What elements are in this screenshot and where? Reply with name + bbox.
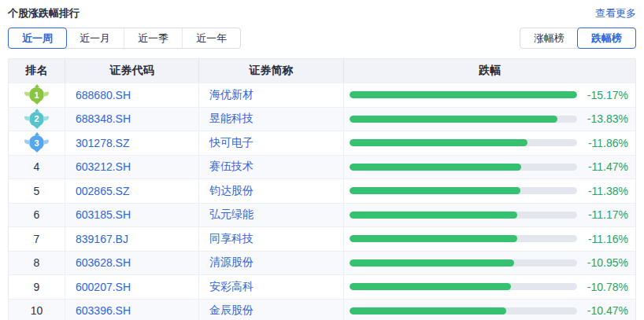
bar-fill (350, 211, 517, 219)
tab-near-week[interactable]: 近一周 (8, 28, 67, 49)
tab-near-month[interactable]: 近一月 (66, 28, 124, 48)
page-title: 个股涨跌幅排行 (8, 6, 80, 20)
stock-name-link[interactable]: 金辰股份 (199, 300, 344, 320)
tab-gainers-board[interactable]: 涨幅榜 (520, 28, 578, 48)
stock-name-link[interactable]: 赛伍技术 (199, 156, 344, 179)
rank-number: 3 (34, 138, 39, 148)
change-bar-cell: -13.83% (344, 108, 635, 131)
bar-track (350, 211, 577, 219)
table-row[interactable]: 3301278.SZ快可电子-11.86% (9, 131, 635, 155)
toolbar: 近一周 近一月 近一季 近一年 涨幅榜 跌幅榜 (8, 28, 636, 49)
medal-wing-icon (43, 91, 49, 97)
stock-code-link[interactable]: 603185.SH (65, 204, 199, 227)
table-header-row: 排名 证券代码 证券简称 跌幅 (9, 59, 635, 83)
stock-code-link[interactable]: 688680.SH (65, 83, 199, 107)
stock-code-link[interactable]: 603628.SH (65, 252, 199, 275)
view-more-link[interactable]: 查看更多 (595, 6, 636, 20)
table-row[interactable]: 10603396.SH金辰股份-10.47% (9, 299, 635, 320)
tab-near-quarter[interactable]: 近一季 (124, 28, 182, 48)
rank-number: 5 (34, 185, 40, 197)
stock-code-link[interactable]: 603396.SH (65, 300, 199, 320)
rank-cell: 10 (9, 300, 65, 320)
col-header-code: 证券代码 (65, 59, 199, 83)
stock-name-link[interactable]: 清源股份 (199, 252, 344, 275)
col-header-name: 证券简称 (199, 59, 344, 83)
stock-code-link[interactable]: 301278.SZ (65, 131, 199, 155)
change-percent: -15.17% (587, 89, 628, 101)
medal-wing-icon (24, 116, 30, 121)
change-percent: -11.16% (588, 233, 628, 245)
stock-name-link[interactable]: 钧达股份 (199, 179, 344, 203)
change-bar-cell: -10.78% (344, 275, 635, 299)
col-header-rank: 排名 (9, 59, 65, 83)
bar-track (350, 283, 577, 290)
table-row[interactable]: 2688348.SH昱能科技-13.83% (9, 107, 635, 131)
bar-fill (350, 164, 521, 171)
rank-cell: 4 (9, 156, 65, 179)
rank-number: 6 (34, 208, 40, 221)
rank-number: 4 (34, 160, 40, 173)
rank-number: 2 (34, 114, 39, 123)
change-bar-cell: -15.17% (344, 83, 635, 107)
stock-code-link[interactable]: 839167.BJ (65, 227, 199, 251)
rank-cell: 5 (9, 179, 65, 203)
change-percent: -13.83% (587, 112, 628, 125)
stock-code-link[interactable]: 603212.SH (65, 156, 199, 179)
stock-name-link[interactable]: 海优新材 (199, 83, 344, 107)
table-row[interactable]: 6603185.SH弘元绿能-11.17% (9, 203, 635, 227)
table-row[interactable]: 4603212.SH赛伍技术-11.47% (9, 155, 635, 179)
bar-track (350, 307, 577, 314)
stock-name-link[interactable]: 弘元绿能 (199, 204, 344, 227)
change-percent: -10.78% (587, 281, 628, 293)
rank-number: 9 (34, 281, 40, 293)
rank-medal-icon: 2 (29, 112, 44, 127)
change-percent: -11.47% (588, 160, 628, 173)
table-row[interactable]: 7839167.BJ同享科技-11.16% (9, 226, 635, 251)
medal-wing-icon (24, 139, 30, 145)
change-percent: -11.86% (588, 137, 628, 149)
tab-losers-board[interactable]: 跌幅榜 (577, 28, 636, 49)
table-row[interactable]: 8603628.SH清源股份-10.95% (9, 251, 635, 275)
bar-track (350, 139, 577, 146)
change-bar-cell: -11.47% (344, 156, 635, 179)
table-row[interactable]: 5002865.SZ钧达股份-11.38% (9, 178, 635, 203)
bar-fill (350, 139, 527, 146)
rank-number: 10 (31, 304, 43, 317)
change-bar-cell: -11.16% (344, 227, 635, 251)
board-tabs: 涨幅榜 跌幅榜 (520, 28, 636, 49)
bar-fill (350, 116, 557, 123)
rank-medal-icon: 3 (29, 135, 44, 150)
stock-name-link[interactable]: 安彩高科 (199, 275, 344, 299)
period-tabs: 近一周 近一月 近一季 近一年 (8, 28, 241, 49)
bar-track (350, 164, 577, 171)
stock-code-link[interactable]: 002865.SZ (65, 179, 199, 203)
change-percent: -10.95% (587, 256, 628, 269)
table-row[interactable]: 1688680.SH海优新材-15.17% (9, 83, 635, 107)
tab-near-year[interactable]: 近一年 (182, 28, 240, 48)
rank-medal-icon: 1 (29, 87, 44, 102)
stock-ranking-widget: 个股涨跌幅排行 查看更多 近一周 近一月 近一季 近一年 涨幅榜 跌幅榜 排名 … (0, 0, 644, 320)
bar-track (350, 91, 577, 98)
rank-number: 8 (34, 256, 40, 269)
bar-track (350, 187, 577, 194)
widget-header: 个股涨跌幅排行 查看更多 (8, 6, 636, 20)
rank-cell: 3 (9, 131, 65, 155)
change-percent: -11.17% (588, 208, 628, 221)
stock-name-link[interactable]: 同享科技 (199, 227, 344, 251)
stock-name-link[interactable]: 快可电子 (199, 131, 344, 155)
stock-code-link[interactable]: 600207.SH (65, 275, 199, 299)
rank-cell: 6 (9, 204, 65, 227)
stock-code-link[interactable]: 688348.SH (65, 108, 199, 131)
rank-cell: 9 (9, 275, 65, 299)
change-bar-cell: -10.95% (344, 252, 635, 275)
bar-fill (350, 307, 506, 314)
bar-track (350, 259, 577, 267)
rank-cell: 2 (9, 108, 65, 131)
change-bar-cell: -11.17% (344, 204, 635, 227)
change-percent: -11.38% (588, 185, 628, 197)
rank-number: 7 (34, 233, 40, 245)
table-row[interactable]: 9600207.SH安彩高科-10.78% (9, 274, 635, 299)
stock-name-link[interactable]: 昱能科技 (199, 108, 344, 131)
rank-number: 1 (34, 90, 39, 100)
bar-track (350, 235, 577, 242)
